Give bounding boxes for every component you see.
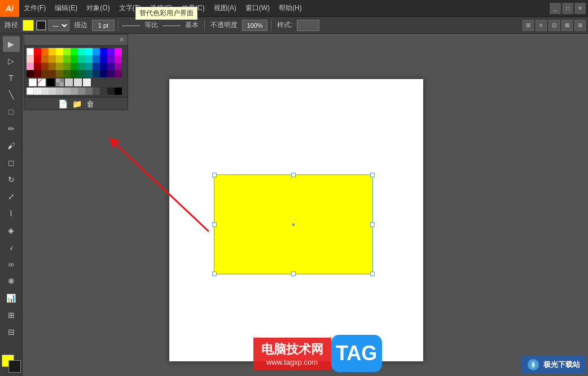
swatch[interactable] (100, 55, 107, 63)
swatch[interactable] (93, 88, 100, 95)
color-panel-close[interactable]: ✕ (119, 36, 124, 43)
swatch[interactable] (107, 63, 115, 70)
lightest-gray-swatch[interactable] (83, 78, 91, 86)
direct-selection-tool[interactable]: ▷ (3, 53, 20, 69)
column-graph-tool[interactable]: 📊 (3, 290, 20, 306)
swatch[interactable] (56, 70, 63, 77)
rectangle-tool[interactable]: □ (3, 104, 20, 120)
swatch[interactable] (27, 88, 34, 95)
none-swatch[interactable] (38, 78, 46, 86)
fill-swatch[interactable] (23, 20, 34, 31)
swatch[interactable] (78, 88, 85, 95)
type-tool[interactable]: T (3, 70, 20, 86)
swatch[interactable] (115, 48, 122, 55)
light-gray-swatch[interactable] (65, 78, 73, 86)
swatch[interactable] (27, 63, 34, 70)
warp-tool[interactable]: ⌇ (3, 206, 20, 221)
swatch[interactable] (27, 48, 34, 55)
pencil-tool[interactable]: ✏ (3, 121, 20, 137)
pathfinder-icon[interactable]: ⊠ (561, 20, 573, 31)
swatch[interactable] (63, 88, 71, 95)
swatch[interactable] (49, 88, 56, 95)
swatch[interactable] (115, 88, 122, 95)
swatch[interactable] (56, 55, 63, 63)
swatch[interactable] (49, 70, 56, 77)
swatch[interactable] (41, 55, 49, 63)
swatch[interactable] (107, 70, 115, 77)
lighter-gray-swatch[interactable] (74, 78, 82, 86)
mesh-tool[interactable]: ⊞ (3, 307, 20, 323)
menu-file[interactable]: 文件(F) (19, 0, 50, 16)
swatch[interactable] (63, 63, 71, 70)
swatch[interactable] (41, 48, 49, 55)
swatch[interactable] (78, 55, 85, 63)
handle-top-left[interactable] (212, 173, 217, 177)
swatch[interactable] (41, 63, 49, 70)
swatch[interactable] (71, 55, 78, 63)
swatch[interactable] (34, 48, 41, 55)
swatch[interactable] (27, 55, 34, 63)
maximize-button[interactable]: □ (562, 3, 573, 14)
handle-top-center[interactable] (291, 173, 296, 177)
swatch[interactable] (100, 70, 107, 77)
rotate-tool[interactable]: ↻ (3, 172, 20, 187)
brush-tool[interactable]: 🖌 (3, 138, 20, 154)
swatch[interactable] (107, 55, 115, 63)
scale-tool[interactable]: ⤢ (3, 189, 20, 204)
symbol-tool[interactable]: ❋ (3, 273, 20, 289)
swatch[interactable] (93, 70, 100, 77)
swatch[interactable] (85, 48, 93, 55)
stroke-swatch[interactable] (36, 20, 46, 30)
handle-bottom-right[interactable] (370, 272, 375, 276)
swatch[interactable] (41, 70, 49, 77)
handle-bottom-center[interactable] (291, 272, 296, 276)
swatch[interactable] (41, 88, 49, 95)
swatch[interactable] (85, 88, 93, 95)
swatch[interactable] (27, 70, 34, 77)
pattern-swatch[interactable] (56, 78, 64, 86)
handle-mid-left[interactable] (212, 222, 217, 227)
swatch[interactable] (71, 88, 78, 95)
swatch[interactable] (71, 70, 78, 77)
swatch[interactable] (100, 48, 107, 55)
trash-icon[interactable]: 🗑 (86, 99, 94, 108)
handle-bottom-left[interactable] (212, 272, 217, 276)
selection-tool[interactable]: ▶ (3, 36, 20, 52)
grid-icon[interactable]: ⊞ (574, 20, 586, 31)
menu-edit[interactable]: 编辑(E) (50, 0, 82, 16)
swatch[interactable] (93, 63, 100, 70)
blend-tool[interactable]: ∞ (3, 256, 20, 272)
swatch[interactable] (34, 70, 41, 77)
swatch[interactable] (78, 70, 85, 77)
swatch[interactable] (56, 88, 63, 95)
swatch[interactable] (63, 70, 71, 77)
swatch[interactable] (107, 48, 115, 55)
swatch[interactable] (49, 63, 56, 70)
swatch[interactable] (56, 63, 63, 70)
line-tool[interactable]: ╲ (3, 87, 20, 103)
swatch[interactable] (100, 88, 107, 95)
swatch[interactable] (56, 48, 63, 55)
handle-mid-right[interactable] (370, 222, 375, 227)
swatch[interactable] (93, 48, 100, 55)
swatch[interactable] (115, 70, 122, 77)
eyedropper-tool[interactable]: 𝒾 (3, 239, 20, 255)
menu-window[interactable]: 窗口(W) (241, 0, 274, 16)
swatch[interactable] (49, 55, 56, 63)
white-swatch[interactable] (29, 78, 37, 86)
swatch[interactable] (78, 63, 85, 70)
menu-view[interactable]: 视图(A) (209, 0, 241, 16)
swatch[interactable] (85, 55, 93, 63)
swatch[interactable] (107, 88, 115, 95)
artboard-tool[interactable]: ⊟ (3, 324, 20, 340)
stroke-width-input[interactable] (92, 20, 115, 31)
folder-icon[interactable]: 📁 (72, 99, 82, 108)
swatch[interactable] (115, 63, 122, 70)
swatch[interactable] (100, 63, 107, 70)
align-icon[interactable]: ≡ (536, 20, 547, 31)
stroke-type-select[interactable]: — (49, 20, 69, 31)
minimize-button[interactable]: _ (550, 3, 561, 14)
close-button[interactable]: ✕ (574, 3, 586, 14)
swatch[interactable] (115, 55, 122, 63)
menu-help[interactable]: 帮助(H) (274, 0, 306, 16)
